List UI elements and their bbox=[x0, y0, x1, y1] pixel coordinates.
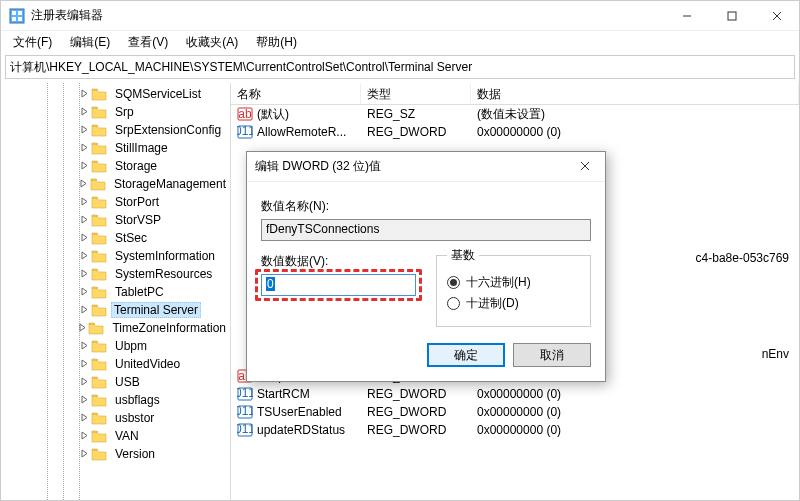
tree-expander[interactable] bbox=[77, 231, 91, 245]
list-header: 名称 类型 数据 bbox=[231, 83, 799, 105]
tree-item[interactable]: StorVSP bbox=[1, 211, 230, 229]
tree-panel: SQMServiceListSrpSrpExtensionConfigStill… bbox=[1, 83, 231, 500]
ok-button[interactable]: 确定 bbox=[427, 343, 505, 367]
tree-item-label: SQMServiceList bbox=[115, 87, 201, 101]
tree-item[interactable]: Storage bbox=[1, 157, 230, 175]
address-text: 计算机\HKEY_LOCAL_MACHINE\SYSTEM\CurrentCon… bbox=[10, 59, 472, 76]
col-name[interactable]: 名称 bbox=[231, 83, 361, 104]
tree-item[interactable]: UnitedVideo bbox=[1, 355, 230, 373]
tree-item[interactable]: TabletPC bbox=[1, 283, 230, 301]
col-type[interactable]: 类型 bbox=[361, 83, 471, 104]
col-data[interactable]: 数据 bbox=[471, 83, 799, 104]
tree-expander[interactable] bbox=[77, 339, 91, 353]
tree-item-label: Version bbox=[115, 447, 155, 461]
tree-item-label: SystemResources bbox=[115, 267, 212, 281]
tree-item[interactable]: StorPort bbox=[1, 193, 230, 211]
tree-expander[interactable] bbox=[77, 267, 91, 281]
radio-hex[interactable]: 十六进制(H) bbox=[447, 274, 580, 291]
tree-expander[interactable] bbox=[77, 375, 91, 389]
tree-item[interactable]: StillImage bbox=[1, 139, 230, 157]
titlebar: 注册表编辑器 bbox=[1, 1, 799, 31]
tree-item[interactable]: usbstor bbox=[1, 409, 230, 427]
tree-expander[interactable] bbox=[77, 213, 91, 227]
tree-expander[interactable] bbox=[77, 447, 91, 461]
tree-expander[interactable] bbox=[77, 105, 91, 119]
tree-expander[interactable] bbox=[77, 195, 91, 209]
value-data: 0x00000000 (0) bbox=[471, 423, 799, 437]
svg-text:011: 011 bbox=[237, 386, 253, 400]
tree-item[interactable]: Version bbox=[1, 445, 230, 463]
list-row[interactable]: 011updateRDStatusREG_DWORD0x00000000 (0) bbox=[231, 421, 799, 439]
value-data-field[interactable]: 0 bbox=[261, 274, 416, 296]
tree-item-label: StSec bbox=[115, 231, 147, 245]
tree-expander[interactable] bbox=[77, 123, 91, 137]
close-button[interactable] bbox=[754, 1, 799, 31]
list-row[interactable]: 011AllowRemoteR...REG_DWORD0x00000000 (0… bbox=[231, 123, 799, 141]
menu-file[interactable]: 文件(F) bbox=[5, 32, 60, 53]
list-row[interactable]: 011StartRCMREG_DWORD0x00000000 (0) bbox=[231, 385, 799, 403]
menu-help[interactable]: 帮助(H) bbox=[248, 32, 305, 53]
tree-expander[interactable] bbox=[77, 393, 91, 407]
tree-expander[interactable] bbox=[77, 177, 90, 191]
tree-item-label: StillImage bbox=[115, 141, 168, 155]
menu-edit[interactable]: 编辑(E) bbox=[62, 32, 118, 53]
tree-item[interactable]: VAN bbox=[1, 427, 230, 445]
tree-item[interactable]: StSec bbox=[1, 229, 230, 247]
tree-item-label: Terminal Server bbox=[114, 303, 198, 317]
tree-item[interactable]: SrpExtensionConfig bbox=[1, 121, 230, 139]
tree-item[interactable]: SQMServiceList bbox=[1, 85, 230, 103]
tree-expander[interactable] bbox=[77, 411, 91, 425]
value-data: 0x00000000 (0) bbox=[471, 387, 799, 401]
value-name: StartRCM bbox=[257, 387, 310, 401]
tree-expander[interactable] bbox=[77, 321, 88, 335]
list-row[interactable]: 011TSUserEnabledREG_DWORD0x00000000 (0) bbox=[231, 403, 799, 421]
value-name: AllowRemoteR... bbox=[257, 125, 346, 139]
tree-expander[interactable] bbox=[77, 303, 91, 317]
value-name: updateRDStatus bbox=[257, 423, 345, 437]
tree-expander[interactable] bbox=[77, 357, 91, 371]
value-type: REG_DWORD bbox=[361, 405, 471, 419]
tree-item-label: SystemInformation bbox=[115, 249, 215, 263]
tree-item[interactable]: USB bbox=[1, 373, 230, 391]
truncated-data-fragment: c4-ba8e-053c769 bbox=[696, 251, 789, 265]
svg-rect-1 bbox=[12, 11, 16, 15]
radio-dec[interactable]: 十进制(D) bbox=[447, 295, 580, 312]
menu-favorites[interactable]: 收藏夹(A) bbox=[178, 32, 246, 53]
value-type: REG_DWORD bbox=[361, 125, 471, 139]
value-data: 0x00000000 (0) bbox=[471, 405, 799, 419]
tree-item-label: UnitedVideo bbox=[115, 357, 180, 371]
tree-item[interactable]: SystemInformation bbox=[1, 247, 230, 265]
tree-expander[interactable] bbox=[77, 249, 91, 263]
tree-item[interactable]: StorageManagement bbox=[1, 175, 230, 193]
svg-rect-3 bbox=[18, 11, 22, 15]
tree-expander[interactable] bbox=[77, 141, 91, 155]
base-fieldset: 基数 十六进制(H) 十进制(D) bbox=[436, 247, 591, 327]
tree-item-label: Ubpm bbox=[115, 339, 147, 353]
value-name: TSUserEnabled bbox=[257, 405, 342, 419]
minimize-button[interactable] bbox=[664, 1, 709, 31]
regedit-icon bbox=[9, 8, 25, 24]
tree-item[interactable]: Srp bbox=[1, 103, 230, 121]
maximize-button[interactable] bbox=[709, 1, 754, 31]
tree-item-label: TabletPC bbox=[115, 285, 164, 299]
radio-dec-indicator bbox=[447, 297, 460, 310]
tree-expander[interactable] bbox=[77, 159, 91, 173]
tree-expander[interactable] bbox=[77, 285, 91, 299]
menu-view[interactable]: 查看(V) bbox=[120, 32, 176, 53]
cancel-button[interactable]: 取消 bbox=[513, 343, 591, 367]
tree-expander[interactable] bbox=[77, 429, 91, 443]
address-bar[interactable]: 计算机\HKEY_LOCAL_MACHINE\SYSTEM\CurrentCon… bbox=[5, 55, 795, 79]
value-type: REG_DWORD bbox=[361, 423, 471, 437]
svg-rect-6 bbox=[728, 12, 736, 20]
value-data-label: 数值数据(V): bbox=[261, 253, 416, 270]
tree-item[interactable]: Ubpm bbox=[1, 337, 230, 355]
tree-item[interactable]: usbflags bbox=[1, 391, 230, 409]
tree-item[interactable]: TimeZoneInformation bbox=[1, 319, 230, 337]
dialog-close-button[interactable] bbox=[573, 160, 597, 174]
value-data: (数值未设置) bbox=[471, 106, 799, 123]
tree-item-label: USB bbox=[115, 375, 140, 389]
tree-item[interactable]: Terminal Server bbox=[1, 301, 230, 319]
tree-expander[interactable] bbox=[77, 87, 91, 101]
tree-item[interactable]: SystemResources bbox=[1, 265, 230, 283]
list-row[interactable]: ab(默认)REG_SZ(数值未设置) bbox=[231, 105, 799, 123]
